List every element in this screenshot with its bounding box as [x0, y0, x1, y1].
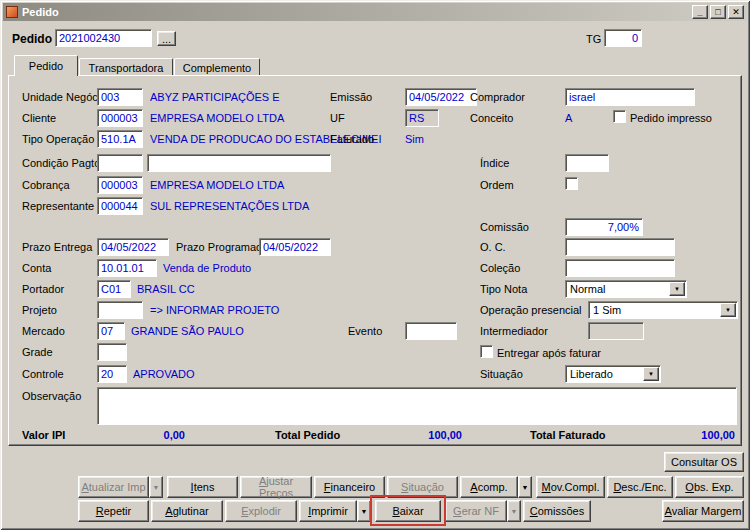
emissao-label: Emissão: [330, 91, 372, 104]
baixar-label: Baixar: [392, 505, 423, 517]
condicao-pagto-desc-input[interactable]: [147, 154, 331, 172]
financeiro-label: Financeiro: [324, 481, 375, 493]
pedido-lookup-button[interactable]: ...: [157, 31, 176, 46]
pedido-window: Pedido _ □ ✕ Pedido ... TG Pedido Transp…: [0, 0, 750, 530]
pedido-impresso-checkbox[interactable]: [613, 110, 626, 123]
cobranca-code-input[interactable]: [97, 176, 143, 194]
consultar-os-button[interactable]: Consultar OS: [664, 452, 744, 472]
tipo-nota-value: Normal: [566, 283, 669, 295]
cliente-code-input[interactable]: [97, 109, 143, 127]
tipo-nota-label: Tipo Nota: [480, 283, 527, 296]
tab-transportadora-label: Transportadora: [89, 62, 164, 74]
tipo-operacao-code-input[interactable]: [97, 130, 143, 148]
controle-desc: APROVADO: [133, 368, 195, 381]
chevron-down-icon: ▼: [153, 484, 160, 491]
grade-input[interactable]: [97, 343, 127, 361]
app-icon: [6, 6, 18, 18]
situacao-select[interactable]: Liberado ▼: [565, 365, 661, 383]
mov-compl-button[interactable]: Mov.Compl.: [536, 476, 605, 498]
tab-pedido[interactable]: Pedido: [14, 55, 78, 76]
ordem-checkbox[interactable]: [565, 177, 578, 190]
maximize-button[interactable]: □: [710, 5, 726, 19]
situacao-button-label: Situação: [401, 481, 444, 493]
acomp-dropdown-arrow[interactable]: ▼: [518, 476, 532, 498]
aglutinar-button[interactable]: Aglutinar: [151, 500, 223, 522]
indice-input[interactable]: [565, 154, 609, 172]
baixar-button[interactable]: Baixar: [375, 500, 441, 522]
repetir-label: Repetir: [96, 505, 131, 517]
ajustar-precos-button: Ajustar Preços: [240, 476, 312, 498]
comissoes-label: Comissões: [530, 505, 584, 517]
explodir-button: Explodir: [225, 500, 297, 522]
mercado-desc: GRANDE SÃO PAULO: [131, 325, 244, 338]
tipo-nota-dropdown-arrow[interactable]: ▼: [669, 282, 685, 296]
evento-input[interactable]: [405, 322, 457, 340]
repetir-button[interactable]: Repetir: [78, 500, 149, 522]
comissao-input[interactable]: [565, 218, 643, 236]
tab-complemento[interactable]: Complemento: [174, 58, 260, 76]
comissao-label: Comissão: [480, 221, 529, 234]
pedido-number-label: Pedido: [12, 33, 52, 46]
avaliar-margem-button[interactable]: Avaliar Margem: [662, 500, 744, 522]
titlebar: Pedido _ □ ✕: [3, 3, 747, 21]
uf-label: UF: [330, 112, 345, 125]
faturado-label: Faturado: [330, 133, 374, 146]
chevron-down-icon: ▼: [648, 371, 654, 377]
prazo-programado-input[interactable]: [259, 238, 331, 256]
consultar-os-label: Consultar OS: [671, 456, 737, 468]
oc-input[interactable]: [565, 238, 675, 256]
pedido-number-input[interactable]: [55, 29, 152, 47]
prazo-entrega-input[interactable]: [97, 238, 169, 256]
total-faturado-label: Total Faturado: [530, 429, 606, 442]
unidade-negocio-desc: ABYZ PARTICIPAÇÕES E: [150, 91, 280, 104]
pedido-impresso-label: Pedido impresso: [630, 112, 712, 125]
ordem-label: Ordem: [480, 179, 514, 192]
mercado-label: Mercado: [22, 325, 65, 338]
unidade-negocio-code-input[interactable]: [97, 88, 143, 106]
colecao-input[interactable]: [565, 259, 675, 277]
operacao-presencial-select[interactable]: 1 Sim ▼: [588, 301, 738, 319]
close-button[interactable]: ✕: [728, 5, 744, 19]
operacao-presencial-dropdown-arrow[interactable]: ▼: [720, 303, 736, 317]
situacao-dropdown-arrow[interactable]: ▼: [643, 367, 659, 381]
representante-code-input[interactable]: [97, 197, 143, 215]
projeto-code-input[interactable]: [97, 301, 143, 319]
itens-label: Itens: [191, 481, 215, 493]
gerar-nf-dropdown-arrow: ▼: [507, 500, 521, 522]
operacao-presencial-value: 1 Sim: [589, 304, 720, 316]
tipo-nota-select[interactable]: Normal ▼: [565, 280, 687, 298]
comissoes-button[interactable]: Comissões: [523, 500, 591, 522]
window-title: Pedido: [22, 6, 688, 18]
obs-exp-button[interactable]: Obs. Exp.: [675, 476, 744, 498]
observacao-textarea[interactable]: [97, 387, 737, 425]
colecao-label: Coleção: [480, 262, 520, 275]
tg-input[interactable]: [604, 29, 642, 47]
cobranca-desc: EMPRESA MODELO LTDA: [150, 179, 284, 192]
evento-label: Evento: [348, 325, 382, 338]
situacao-label: Situação: [480, 368, 523, 381]
grade-label: Grade: [22, 346, 53, 359]
financeiro-button[interactable]: Financeiro: [314, 476, 385, 498]
imprimir-button[interactable]: Imprimir: [299, 500, 357, 522]
desc-enc-button[interactable]: Desc./Enc.: [607, 476, 673, 498]
imprimir-dropdown-arrow[interactable]: ▼: [357, 500, 371, 522]
intermediador-label: Intermediador: [480, 325, 548, 338]
controle-code-input[interactable]: [97, 365, 127, 383]
minimize-button[interactable]: _: [692, 5, 708, 19]
emissao-input[interactable]: [405, 88, 477, 106]
itens-button[interactable]: Itens: [167, 476, 238, 498]
unidade-negocio-label: Unidade Negócio: [22, 91, 106, 104]
portador-code-input[interactable]: [97, 280, 131, 298]
tab-transportadora[interactable]: Transportadora: [79, 58, 173, 76]
condicao-pagto-code-input[interactable]: [97, 154, 143, 172]
mercado-code-input[interactable]: [97, 322, 125, 340]
comprador-input[interactable]: [565, 88, 695, 106]
total-pedido-value: 100,00: [397, 429, 462, 442]
operacao-presencial-label: Operação presencial: [480, 304, 582, 317]
entregar-apos-faturar-checkbox[interactable]: [480, 345, 493, 358]
situacao-value: Liberado: [566, 368, 643, 380]
acomp-button[interactable]: Acomp.: [460, 476, 518, 498]
conta-code-input[interactable]: [97, 259, 157, 277]
total-faturado-value: 100,00: [670, 429, 735, 442]
atualizar-imp-dropdown-arrow: ▼: [149, 476, 163, 498]
